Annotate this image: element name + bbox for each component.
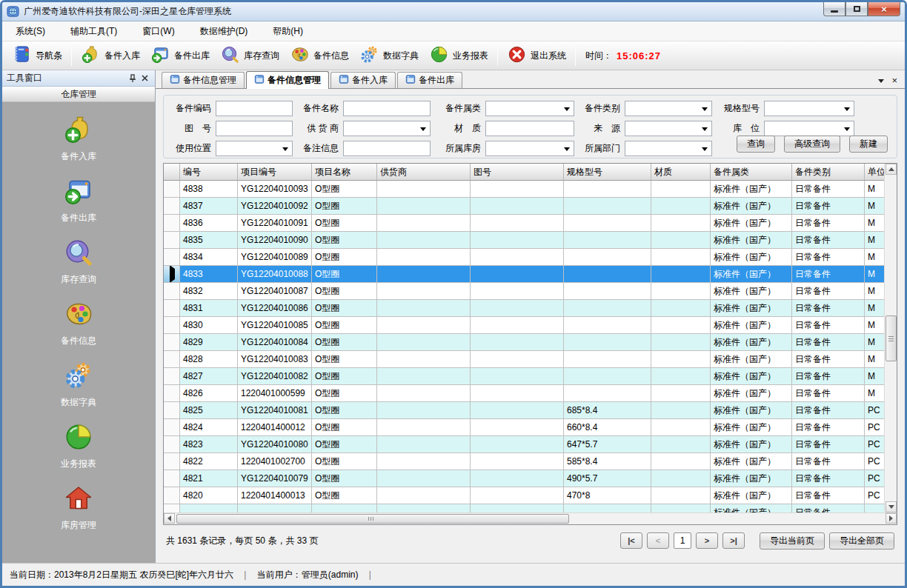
combo-field[interactable] — [625, 121, 712, 136]
sidebar-item-data-dict[interactable]: 数据字典 — [61, 360, 96, 409]
cell-project_name[interactable]: O型圈 — [312, 334, 377, 351]
cell-category[interactable]: 标准件（国产） — [711, 249, 792, 266]
tab-0[interactable]: 备件信息管理 — [162, 72, 245, 88]
cell-project_name[interactable]: O型圈 — [312, 181, 377, 198]
row-selector-cell[interactable] — [164, 266, 180, 283]
cell-supplier[interactable] — [377, 181, 471, 198]
cell-category[interactable]: 标准件（国产） — [711, 215, 792, 232]
cell-drawing_no[interactable] — [471, 249, 564, 266]
table-row[interactable]: 4834YG12204010089O型圈标准件（国产）日常备件M — [164, 249, 884, 266]
table-row[interactable]: 4821YG12204010079O型圈490*5.7标准件（国产）日常备件PC — [164, 470, 884, 487]
toolbar-button-data-dict[interactable]: 数据字典 — [354, 42, 424, 69]
cell-project_name[interactable]: O型圈 — [312, 249, 377, 266]
cell-unit[interactable]: M — [865, 181, 884, 198]
cell-supplier[interactable] — [377, 436, 471, 453]
table-row[interactable]: 标准件（国产）日常备件 — [164, 504, 884, 512]
cell-unit[interactable]: PC — [865, 487, 884, 504]
row-selector-cell[interactable] — [164, 232, 180, 249]
cell-material[interactable] — [651, 198, 711, 215]
toolbar-button-stock-out[interactable]: 备件出库 — [145, 42, 215, 69]
cell-spec[interactable] — [564, 300, 651, 317]
sidebar-group-header[interactable]: 仓库管理 — [2, 87, 155, 102]
minimize-button[interactable] — [823, 2, 845, 16]
text-field[interactable] — [216, 121, 293, 136]
table-row[interactable]: 4825YG12204010081O型圈685*8.4标准件（国产）日常备件PC — [164, 402, 884, 419]
combo-field[interactable] — [216, 141, 293, 156]
combo-field[interactable] — [485, 141, 574, 156]
column-header-type[interactable]: 备件类别 — [792, 164, 865, 181]
cell-project_no[interactable]: YG12204010093 — [238, 181, 312, 198]
last-page-button[interactable]: >| — [722, 532, 745, 549]
cell-category[interactable]: 标准件（国产） — [711, 368, 792, 385]
cell-material[interactable] — [651, 419, 711, 436]
column-header-project_no[interactable]: 项目编号 — [238, 164, 312, 181]
text-field[interactable] — [485, 121, 574, 136]
column-header-spec[interactable]: 规格型号 — [564, 164, 651, 181]
column-header-project_name[interactable]: 项目名称 — [312, 164, 377, 181]
menu-item-1[interactable]: 辅助工具(T) — [67, 23, 120, 40]
cell-category[interactable]: 标准件（国产） — [711, 504, 792, 512]
cell-project_no[interactable]: YG12204010089 — [238, 249, 312, 266]
cell-spec[interactable] — [564, 249, 651, 266]
column-header-id[interactable]: 编号 — [180, 164, 238, 181]
cell-category[interactable]: 标准件（国产） — [711, 402, 792, 419]
cell-unit[interactable]: M — [865, 368, 884, 385]
cell-drawing_no[interactable] — [471, 198, 564, 215]
cell-type[interactable]: 日常备件 — [792, 385, 865, 402]
cell-supplier[interactable] — [377, 266, 471, 283]
table-row[interactable]: 4832YG12204010087O型圈标准件（国产）日常备件M — [164, 283, 884, 300]
table-row[interactable]: 4829YG12204010084O型圈标准件（国产）日常备件M — [164, 334, 884, 351]
scroll-left-icon[interactable] — [164, 513, 175, 524]
scroll-right-icon[interactable] — [886, 513, 897, 524]
cell-project_name[interactable] — [312, 504, 377, 512]
table-row[interactable]: 4833YG12204010088O型圈标准件（国产）日常备件M — [164, 266, 884, 283]
cell-id[interactable]: 4835 — [180, 232, 238, 249]
cell-spec[interactable]: 585*8.4 — [564, 453, 651, 470]
combo-field[interactable] — [764, 121, 854, 136]
query-button[interactable]: 查询 — [737, 136, 775, 153]
cell-project_no[interactable]: YG12204010081 — [238, 402, 312, 419]
cell-supplier[interactable] — [377, 317, 471, 334]
toolbar-button-part-info[interactable]: 备件信息 — [285, 42, 354, 69]
cell-material[interactable] — [651, 317, 711, 334]
cell-spec[interactable] — [564, 334, 651, 351]
cell-drawing_no[interactable] — [471, 334, 564, 351]
cell-project_no[interactable]: YG12204010087 — [238, 283, 312, 300]
table-row[interactable]: 4827YG12204010082O型圈标准件（国产）日常备件M — [164, 368, 884, 385]
cell-project_name[interactable]: O型圈 — [312, 215, 377, 232]
sidebar-item-warehouse[interactable]: 库房管理 — [61, 483, 96, 532]
cell-drawing_no[interactable] — [471, 181, 564, 198]
cell-project_no[interactable]: YG12204010084 — [238, 334, 312, 351]
column-header-supplier[interactable]: 供货商 — [377, 164, 471, 181]
horizontal-scrollbar[interactable] — [164, 512, 897, 524]
cell-project_name[interactable]: O型圈 — [312, 317, 377, 334]
row-selector-cell[interactable] — [164, 487, 180, 504]
combo-field[interactable] — [343, 121, 431, 136]
cell-category[interactable]: 标准件（国产） — [711, 232, 792, 249]
cell-material[interactable] — [651, 334, 711, 351]
horizontal-scrollbar-thumb[interactable] — [176, 514, 569, 524]
cell-spec[interactable]: 470*8 — [564, 487, 651, 504]
cell-supplier[interactable] — [377, 453, 471, 470]
cell-type[interactable]: 日常备件 — [792, 487, 865, 504]
column-header-material[interactable]: 材质 — [651, 164, 711, 181]
text-field[interactable] — [343, 101, 431, 116]
cell-id[interactable]: 4833 — [180, 266, 238, 283]
row-selector-cell[interactable] — [164, 181, 180, 198]
cell-drawing_no[interactable] — [471, 419, 564, 436]
cell-unit[interactable]: M — [865, 266, 884, 283]
cell-category[interactable]: 标准件（国产） — [711, 198, 792, 215]
cell-supplier[interactable] — [377, 402, 471, 419]
cell-spec[interactable] — [564, 504, 651, 512]
cell-unit[interactable]: PC — [865, 419, 884, 436]
vertical-scrollbar-thumb[interactable] — [886, 315, 897, 361]
cell-spec[interactable] — [564, 198, 651, 215]
row-selector-cell[interactable] — [164, 470, 180, 487]
cell-id[interactable]: 4831 — [180, 300, 238, 317]
cell-unit[interactable]: M — [865, 215, 884, 232]
cell-project_no[interactable]: YG12204010092 — [238, 198, 312, 215]
cell-type[interactable]: 日常备件 — [792, 419, 865, 436]
cell-material[interactable] — [651, 453, 711, 470]
combo-field[interactable] — [485, 101, 574, 116]
cell-unit[interactable]: M — [865, 283, 884, 300]
